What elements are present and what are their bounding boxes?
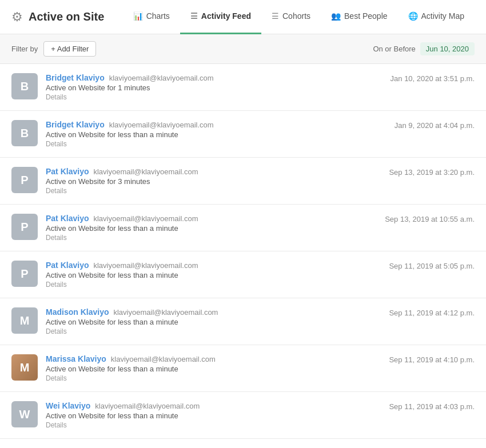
feed-name-row: Pat Klaviyo klaviyoemail@klaviyoemail.co… <box>46 167 381 176</box>
nav-charts[interactable]: 📊 Charts <box>123 0 180 34</box>
cohorts-icon: ☰ <box>272 11 279 21</box>
header: ⚙ Active on Site 📊 Charts ☰ Activity Fee… <box>0 0 486 34</box>
feed-content: Pat Klaviyo klaviyoemail@klaviyoemail.co… <box>46 214 377 242</box>
activity-feed: B Bridget Klaviyo klaviyoemail@klaviyoem… <box>0 64 486 448</box>
nav-activity-map[interactable]: 🌐 Activity Map <box>398 0 475 34</box>
feed-item: M Madison Klaviyo klaviyoemail@klaviyoem… <box>0 298 486 345</box>
feed-email: klaviyoemail@klaviyoemail.com <box>95 402 200 410</box>
feed-time: Sep 11, 2019 at 4:03 p.m. <box>389 401 475 411</box>
feed-time: Jan 9, 2020 at 4:04 p.m. <box>395 120 475 130</box>
filter-right: On or Before Jun 10, 2020 <box>373 42 475 55</box>
feed-item: P Pat Klaviyo klaviyoemail@klaviyoemail.… <box>0 251 486 298</box>
feed-time: Sep 11, 2019 at 4:12 p.m. <box>389 307 475 317</box>
add-filter-label: + Add Filter <box>51 45 89 53</box>
activity-feed-icon: ☰ <box>190 11 198 21</box>
feed-details-link[interactable]: Details <box>46 93 383 101</box>
nav-best-people[interactable]: 👥 Best People <box>321 0 398 34</box>
feed-item: B Bridget Klaviyo klaviyoemail@klaviyoem… <box>0 64 486 111</box>
feed-name-row: Pat Klaviyo klaviyoemail@klaviyoemail.co… <box>46 261 381 270</box>
feed-item: M Marissa Klaviyo klaviyoemail@klaviyoem… <box>0 345 486 392</box>
avatar: M <box>11 354 38 381</box>
best-people-icon: 👥 <box>331 11 341 21</box>
feed-time: Sep 11, 2019 at 4:10 p.m. <box>389 354 475 364</box>
feed-activity: Active on Website for less than a minute <box>46 224 377 233</box>
feed-person-name[interactable]: Wei Klaviyo <box>46 401 90 410</box>
feed-details-link[interactable]: Details <box>46 281 381 289</box>
feed-time: Sep 13, 2019 at 3:20 p.m. <box>389 167 475 177</box>
feed-content: Pat Klaviyo klaviyoemail@klaviyoemail.co… <box>46 167 381 195</box>
nav-activity-map-label: Activity Map <box>421 11 464 21</box>
feed-time: Jan 10, 2020 at 3:51 p.m. <box>391 73 475 83</box>
feed-email: klaviyoemail@klaviyoemail.com <box>93 214 198 223</box>
feed-person-name[interactable]: Pat Klaviyo <box>46 167 89 176</box>
feed-activity: Active on Website for 1 minutes <box>46 83 383 92</box>
feed-activity: Active on Website for less than a minute <box>46 411 381 420</box>
feed-time: Sep 11, 2019 at 5:05 p.m. <box>389 261 475 270</box>
on-or-before-label: On or Before <box>373 45 415 53</box>
feed-details-link[interactable]: Details <box>46 374 381 382</box>
feed-email: klaviyoemail@klaviyoemail.com <box>113 308 218 317</box>
feed-content: Bridget Klaviyo klaviyoemail@klaviyoemai… <box>46 120 387 148</box>
feed-email: klaviyoemail@klaviyoemail.com <box>109 74 214 82</box>
feed-activity: Active on Website for 3 minutes <box>46 177 381 186</box>
feed-content: Madison Klaviyo klaviyoemail@klaviyoemai… <box>46 307 381 335</box>
nav-charts-label: Charts <box>146 11 170 21</box>
feed-content: Pat Klaviyo klaviyoemail@klaviyoemail.co… <box>46 261 381 289</box>
feed-activity: Active on Website for less than a minute <box>46 130 387 139</box>
page-title: Active on Site <box>29 10 104 23</box>
feed-person-name[interactable]: Pat Klaviyo <box>46 214 89 223</box>
feed-item: P Pat Klaviyo klaviyoemail@klaviyoemail.… <box>0 205 486 251</box>
feed-details-link[interactable]: Details <box>46 421 381 429</box>
feed-email: klaviyoemail@klaviyoemail.com <box>111 355 216 363</box>
feed-email: klaviyoemail@klaviyoemail.com <box>109 121 214 129</box>
feed-activity: Active on Website for less than a minute <box>46 318 381 326</box>
feed-item: P Pat Klaviyo klaviyoemail@klaviyoemail.… <box>0 158 486 205</box>
feed-item: W Wei Klaviyo klaviyoemail@klaviyoemail.… <box>0 439 486 448</box>
nav-activity-feed-label: Activity Feed <box>201 11 251 21</box>
avatar: M <box>11 307 38 334</box>
feed-person-name[interactable]: Madison Klaviyo <box>46 307 109 317</box>
feed-activity: Active on Website for less than a minute <box>46 271 381 279</box>
gear-icon: ⚙ <box>11 10 23 25</box>
charts-icon: 📊 <box>133 11 143 21</box>
feed-content: Wei Klaviyo klaviyoemail@klaviyoemail.co… <box>46 401 381 429</box>
nav-cohorts[interactable]: ☰ Cohorts <box>261 0 321 34</box>
feed-email: klaviyoemail@klaviyoemail.com <box>93 167 198 176</box>
activity-map-icon: 🌐 <box>408 11 418 21</box>
feed-person-name[interactable]: Pat Klaviyo <box>46 261 89 270</box>
add-filter-button[interactable]: + Add Filter <box>43 41 96 57</box>
feed-item: W Wei Klaviyo klaviyoemail@klaviyoemail.… <box>0 392 486 439</box>
feed-name-row: Bridget Klaviyo klaviyoemail@klaviyoemai… <box>46 73 383 82</box>
avatar: B <box>11 120 38 146</box>
avatar: P <box>11 214 38 240</box>
feed-name-row: Pat Klaviyo klaviyoemail@klaviyoemail.co… <box>46 214 377 223</box>
feed-details-link[interactable]: Details <box>46 327 381 335</box>
feed-details-link[interactable]: Details <box>46 140 387 148</box>
nav-best-people-label: Best People <box>344 11 388 21</box>
feed-person-name[interactable]: Marissa Klaviyo <box>46 354 106 363</box>
filter-bar: Filter by + Add Filter On or Before Jun … <box>0 34 486 64</box>
filter-by-label: Filter by <box>11 45 38 53</box>
avatar: P <box>11 167 38 193</box>
filter-left: Filter by + Add Filter <box>11 41 96 57</box>
feed-details-link[interactable]: Details <box>46 187 381 195</box>
header-title-area: ⚙ Active on Site <box>11 10 104 25</box>
feed-name-row: Bridget Klaviyo klaviyoemail@klaviyoemai… <box>46 120 387 129</box>
feed-item: B Bridget Klaviyo klaviyoemail@klaviyoem… <box>0 111 486 158</box>
feed-person-name[interactable]: Bridget Klaviyo <box>46 120 105 129</box>
nav-activity-feed[interactable]: ☰ Activity Feed <box>180 0 261 34</box>
nav-cohorts-label: Cohorts <box>282 11 310 21</box>
feed-name-row: Wei Klaviyo klaviyoemail@klaviyoemail.co… <box>46 401 381 410</box>
avatar: B <box>11 73 38 99</box>
feed-content: Bridget Klaviyo klaviyoemail@klaviyoemai… <box>46 73 383 101</box>
feed-activity: Active on Website for less than a minute <box>46 365 381 373</box>
feed-details-link[interactable]: Details <box>46 234 377 242</box>
avatar: W <box>11 401 38 427</box>
date-badge[interactable]: Jun 10, 2020 <box>420 42 475 55</box>
feed-content: Marissa Klaviyo klaviyoemail@klaviyoemai… <box>46 354 381 382</box>
feed-email: klaviyoemail@klaviyoemail.com <box>93 261 198 270</box>
feed-person-name[interactable]: Bridget Klaviyo <box>46 73 105 82</box>
feed-time: Sep 13, 2019 at 10:55 a.m. <box>385 214 475 223</box>
feed-name-row: Marissa Klaviyo klaviyoemail@klaviyoemai… <box>46 354 381 363</box>
feed-name-row: Madison Klaviyo klaviyoemail@klaviyoemai… <box>46 307 381 317</box>
